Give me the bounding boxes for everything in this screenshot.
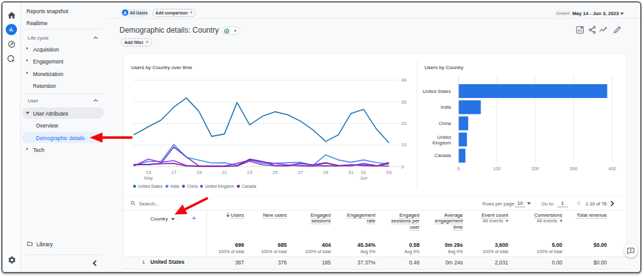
svg-text:10: 10 [401, 142, 406, 148]
svg-text:0: 0 [457, 166, 460, 171]
svg-text:China: China [187, 184, 197, 188]
svg-text:United Kingdom: United Kingdom [205, 184, 234, 189]
svg-text:China: China [438, 121, 451, 126]
svg-text:19: 19 [196, 170, 201, 175]
svg-text:40: 40 [401, 77, 406, 83]
svg-text:200: 200 [531, 166, 540, 171]
svg-text:400: 400 [608, 166, 616, 171]
svg-text:01: 01 [361, 170, 366, 175]
svg-text:Canada: Canada [435, 153, 452, 158]
svg-text:17: 17 [171, 170, 176, 175]
svg-text:30: 30 [401, 99, 406, 105]
svg-text:India: India [170, 184, 179, 188]
svg-text:United States: United States [423, 89, 451, 94]
svg-text:Kingdom: Kingdom [432, 140, 451, 146]
svg-text:300: 300 [570, 166, 578, 171]
svg-text:25: 25 [272, 170, 277, 175]
svg-text:23: 23 [247, 170, 252, 175]
svg-text:31: 31 [348, 170, 353, 175]
svg-text:29: 29 [323, 170, 328, 175]
svg-text:0: 0 [401, 164, 404, 170]
svg-text:03: 03 [386, 170, 391, 175]
svg-text:Jun: Jun [360, 175, 367, 181]
svg-text:Canada: Canada [242, 184, 257, 188]
svg-text:15: 15 [146, 170, 151, 175]
svg-text:20: 20 [401, 121, 406, 126]
svg-text:21: 21 [222, 170, 227, 175]
svg-text:100: 100 [493, 166, 501, 171]
svg-text:United States: United States [138, 184, 164, 188]
svg-text:27: 27 [297, 170, 303, 175]
svg-text:United: United [437, 134, 451, 140]
svg-text:May: May [144, 175, 153, 181]
svg-text:Users by Country: Users by Country [425, 65, 464, 70]
svg-text:India: India [441, 104, 452, 110]
svg-text:Users by Country over time: Users by Country over time [131, 65, 192, 70]
